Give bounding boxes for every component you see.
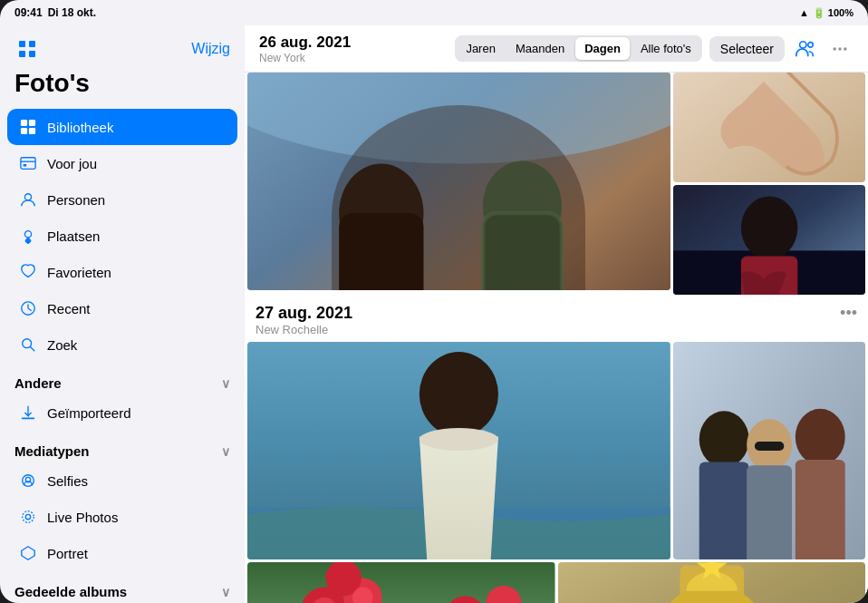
day2-location: New Rochelle [256, 323, 352, 336]
zoek-icon [18, 335, 38, 355]
svg-point-30 [834, 47, 836, 50]
portret-icon [18, 543, 38, 563]
geimporteerd-label: Geïmporteerd [47, 405, 131, 421]
mediatypen-chevron: ∨ [221, 444, 230, 459]
photo-cell[interactable] [558, 562, 866, 603]
svg-point-20 [23, 511, 34, 523]
svg-point-32 [844, 47, 846, 50]
status-date: Di 18 okt. [48, 6, 96, 19]
svg-point-48 [420, 428, 498, 451]
selfies-icon [18, 471, 38, 491]
svg-rect-2 [19, 51, 25, 57]
svg-rect-51 [699, 462, 749, 559]
tab-maanden[interactable]: Maanden [506, 37, 574, 60]
selecteer-button[interactable]: Selecteer [709, 36, 785, 62]
tab-dagen[interactable]: Dagen [575, 37, 630, 60]
svg-rect-38 [483, 213, 562, 290]
sidebar: Wijzig Foto's Bibliotheek [0, 25, 245, 603]
sidebar-item-selfies[interactable]: Selfies [7, 462, 237, 499]
sidebar-item-bibliotheek[interactable]: Bibliotheek [7, 109, 237, 145]
svg-point-31 [838, 47, 841, 50]
svg-marker-21 [22, 547, 34, 559]
photo-cell[interactable] [247, 342, 670, 559]
date-main: 26 aug. 2021 [259, 34, 448, 52]
tab-jaren[interactable]: Jaren [457, 37, 505, 60]
personen-icon [18, 190, 38, 209]
photo-cell[interactable] [247, 562, 555, 603]
zoek-label: Zoek [47, 337, 77, 353]
voor-jou-label: Voor jou [47, 156, 97, 171]
photo-column-right-1 [673, 73, 865, 295]
sidebar-header: Wijzig [0, 25, 245, 65]
plaatsen-icon [18, 226, 38, 246]
portret-label: Portret [47, 546, 88, 561]
svg-point-54 [796, 409, 845, 465]
photo-cell[interactable] [673, 185, 865, 295]
sidebar-item-plaatsen[interactable]: Plaatsen [7, 218, 237, 254]
bibliotheek-icon [18, 117, 38, 137]
sidebar-item-favorieten[interactable]: Favorieten [7, 254, 237, 290]
section-header-gedeelde-albums[interactable]: Gedeelde albums ∨ [0, 571, 245, 603]
svg-rect-55 [796, 460, 845, 559]
svg-point-35 [339, 164, 423, 263]
date-sub: New York [259, 52, 448, 64]
sidebar-item-recent[interactable]: Recent [7, 290, 237, 326]
favorieten-label: Favorieten [47, 265, 111, 280]
day-section-2: 27 aug. 2021 New Rochelle ••• [245, 298, 868, 603]
mediatypen-title: Mediatypen [14, 443, 90, 459]
sidebar-item-voor-jou[interactable]: Voor jou [7, 145, 237, 181]
sidebar-title: Foto's [0, 65, 245, 109]
svg-rect-8 [21, 158, 35, 170]
right-panel: 26 aug. 2021 New York Jaren Maanden Dage… [245, 25, 868, 603]
photo-grid: 27 aug. 2021 New Rochelle ••• [245, 73, 868, 603]
photo-cell[interactable] [247, 73, 670, 290]
status-time: 09:41 [14, 6, 43, 19]
svg-rect-5 [29, 120, 35, 126]
plaatsen-label: Plaatsen [47, 229, 100, 244]
gedeelde-albums-chevron: ∨ [221, 585, 230, 599]
svg-rect-16 [22, 417, 34, 419]
wifi-icon: ▲ [799, 7, 809, 18]
photo-cell[interactable] [673, 73, 865, 182]
svg-rect-39 [483, 213, 562, 290]
svg-rect-3 [29, 51, 35, 57]
svg-point-14 [23, 339, 32, 348]
sidebar-item-live-photos[interactable]: Live Photos [7, 499, 237, 535]
day2-info: 27 aug. 2021 New Rochelle [256, 304, 352, 336]
selfies-label: Selfies [47, 473, 88, 489]
date-info: 26 aug. 2021 New York [259, 34, 448, 64]
personen-label: Personen [47, 192, 105, 208]
photo-cell[interactable] [673, 342, 865, 559]
photo-column-right-2 [673, 342, 865, 559]
section-header-mediatypen[interactable]: Mediatypen ∨ [0, 431, 245, 462]
bottom-row [245, 562, 868, 603]
sidebar-item-zoek[interactable]: Zoek [7, 326, 237, 363]
battery-icon: 🔋 100% [813, 7, 854, 19]
day2-date: 27 aug. 2021 [256, 304, 352, 323]
svg-rect-10 [24, 164, 27, 167]
top-bar: 26 aug. 2021 New York Jaren Maanden Dage… [245, 25, 868, 73]
day2-more-icon[interactable]: ••• [840, 304, 857, 323]
section-header-andere[interactable]: Andere ∨ [0, 363, 245, 394]
sidebar-item-portret[interactable]: Portret [7, 535, 237, 571]
voor-jou-icon [18, 153, 38, 173]
svg-rect-0 [19, 41, 25, 47]
people-album-icon[interactable] [792, 35, 819, 63]
svg-rect-7 [29, 128, 35, 134]
tab-alle-fotos[interactable]: Alle foto's [632, 37, 700, 60]
bibliotheek-label: Bibliotheek [47, 120, 113, 135]
day-section-1 [245, 73, 868, 295]
svg-point-28 [800, 41, 806, 47]
wijzig-button[interactable]: Wijzig [191, 41, 230, 57]
sidebar-item-geimporteerd[interactable]: Geïmporteerd [7, 394, 237, 431]
svg-point-12 [24, 231, 31, 238]
svg-point-19 [25, 514, 30, 519]
sidebar-item-personen[interactable]: Personen [7, 181, 237, 218]
svg-rect-1 [29, 41, 35, 47]
view-tabs: Jaren Maanden Dagen Alle foto's [455, 35, 701, 62]
more-options-icon[interactable] [826, 35, 854, 63]
live-photos-icon [18, 507, 38, 527]
svg-point-43 [741, 196, 797, 259]
sidebar-toggle-icon[interactable] [14, 36, 40, 62]
top-bar-actions: Selecteer [709, 35, 854, 63]
